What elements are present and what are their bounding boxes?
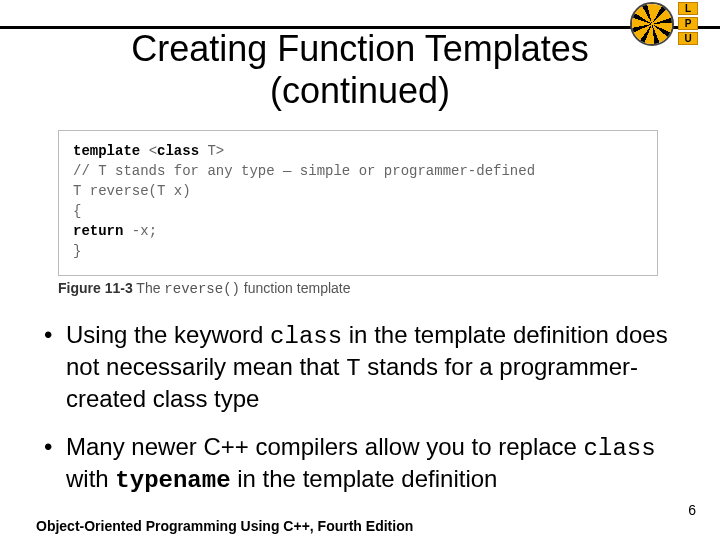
code-line-2: // T stands for any type — simple or pro… bbox=[73, 161, 643, 181]
title-line2: (continued) bbox=[270, 70, 450, 111]
footer-citation: Object-Oriented Programming Using C++, F… bbox=[36, 518, 413, 534]
figure-label: Figure 11-3 bbox=[58, 280, 133, 296]
code-line-6: } bbox=[73, 241, 643, 261]
code-listing: template <class T> // T stands for any t… bbox=[58, 130, 658, 276]
code-line-5: return -x; bbox=[73, 221, 643, 241]
lpu-l: L bbox=[678, 2, 698, 15]
title-line1: Creating Function Templates bbox=[131, 28, 589, 69]
code-line-1: template <class T> bbox=[73, 141, 643, 161]
page-number: 6 bbox=[688, 502, 696, 518]
figure-caption: Figure 11-3 The reverse() function templ… bbox=[58, 280, 351, 297]
bullet-2: Many newer C++ compilers allow you to re… bbox=[44, 432, 684, 496]
bullet-list: Using the keyword class in the template … bbox=[44, 320, 684, 514]
code-line-4: { bbox=[73, 201, 643, 221]
code-line-3: T reverse(T x) bbox=[73, 181, 643, 201]
slide-title: Creating Function Templates (continued) bbox=[0, 28, 720, 112]
bullet-1: Using the keyword class in the template … bbox=[44, 320, 684, 414]
